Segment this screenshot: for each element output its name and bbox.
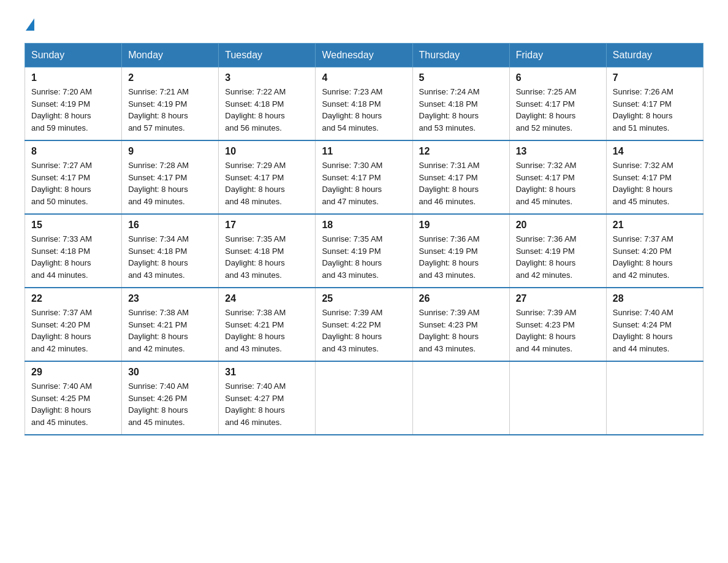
day-info: Sunrise: 7:32 AMSunset: 4:17 PMDaylight:… [516, 161, 577, 206]
weekday-header-saturday: Saturday [606, 44, 703, 67]
day-info: Sunrise: 7:37 AMSunset: 4:20 PMDaylight:… [31, 308, 92, 353]
day-number: 11 [322, 146, 406, 157]
day-number: 6 [516, 72, 600, 83]
day-number: 14 [613, 146, 697, 157]
calendar-week-row: 29 Sunrise: 7:40 AMSunset: 4:25 PMDaylig… [25, 361, 703, 435]
calendar-cell: 17 Sunrise: 7:35 AMSunset: 4:18 PMDaylig… [219, 214, 316, 288]
day-number: 10 [225, 146, 309, 157]
day-number: 13 [516, 146, 600, 157]
day-info: Sunrise: 7:25 AMSunset: 4:17 PMDaylight:… [516, 87, 577, 132]
day-info: Sunrise: 7:40 AMSunset: 4:24 PMDaylight:… [613, 308, 673, 353]
day-number: 26 [419, 293, 503, 304]
day-info: Sunrise: 7:27 AMSunset: 4:17 PMDaylight:… [31, 161, 92, 206]
calendar-week-row: 8 Sunrise: 7:27 AMSunset: 4:17 PMDayligh… [25, 140, 703, 214]
calendar-cell: 8 Sunrise: 7:27 AMSunset: 4:17 PMDayligh… [25, 140, 122, 214]
day-number: 9 [128, 146, 212, 157]
day-info: Sunrise: 7:33 AMSunset: 4:18 PMDaylight:… [31, 234, 92, 280]
page-header [25, 18, 703, 31]
calendar-cell: 11 Sunrise: 7:30 AMSunset: 4:17 PMDaylig… [316, 140, 412, 214]
day-info: Sunrise: 7:22 AMSunset: 4:18 PMDaylight:… [225, 87, 286, 132]
day-number: 12 [419, 146, 503, 157]
day-info: Sunrise: 7:38 AMSunset: 4:21 PMDaylight:… [225, 308, 286, 353]
calendar-cell: 12 Sunrise: 7:31 AMSunset: 4:17 PMDaylig… [412, 140, 509, 214]
day-number: 21 [613, 220, 697, 231]
calendar-cell: 3 Sunrise: 7:22 AMSunset: 4:18 PMDayligh… [219, 67, 316, 141]
day-info: Sunrise: 7:35 AMSunset: 4:19 PMDaylight:… [322, 234, 382, 280]
day-number: 31 [225, 367, 309, 378]
calendar-cell: 31 Sunrise: 7:40 AMSunset: 4:27 PMDaylig… [219, 361, 316, 435]
calendar-cell: 29 Sunrise: 7:40 AMSunset: 4:25 PMDaylig… [25, 361, 122, 435]
day-number: 29 [31, 367, 115, 378]
calendar-cell [509, 361, 606, 435]
day-info: Sunrise: 7:29 AMSunset: 4:17 PMDaylight:… [225, 161, 286, 206]
calendar-cell: 27 Sunrise: 7:39 AMSunset: 4:23 PMDaylig… [509, 288, 606, 361]
day-info: Sunrise: 7:30 AMSunset: 4:17 PMDaylight:… [322, 161, 382, 206]
day-info: Sunrise: 7:37 AMSunset: 4:20 PMDaylight:… [613, 234, 673, 280]
calendar-cell: 13 Sunrise: 7:32 AMSunset: 4:17 PMDaylig… [509, 140, 606, 214]
calendar-cell: 18 Sunrise: 7:35 AMSunset: 4:19 PMDaylig… [316, 214, 412, 288]
weekday-header-row: SundayMondayTuesdayWednesdayThursdayFrid… [25, 44, 703, 67]
day-number: 7 [613, 72, 697, 83]
weekday-header-tuesday: Tuesday [219, 44, 316, 67]
day-number: 30 [128, 367, 212, 378]
calendar-cell: 20 Sunrise: 7:36 AMSunset: 4:19 PMDaylig… [509, 214, 606, 288]
day-info: Sunrise: 7:32 AMSunset: 4:17 PMDaylight:… [613, 161, 673, 206]
day-number: 24 [225, 293, 309, 304]
day-number: 2 [128, 72, 212, 83]
day-number: 4 [322, 72, 406, 83]
calendar-cell: 5 Sunrise: 7:24 AMSunset: 4:18 PMDayligh… [412, 67, 509, 141]
calendar-cell: 10 Sunrise: 7:29 AMSunset: 4:17 PMDaylig… [219, 140, 316, 214]
calendar-week-row: 1 Sunrise: 7:20 AMSunset: 4:19 PMDayligh… [25, 67, 703, 141]
calendar-week-row: 15 Sunrise: 7:33 AMSunset: 4:18 PMDaylig… [25, 214, 703, 288]
day-number: 20 [516, 220, 600, 231]
day-info: Sunrise: 7:39 AMSunset: 4:23 PMDaylight:… [419, 308, 480, 353]
calendar-cell: 26 Sunrise: 7:39 AMSunset: 4:23 PMDaylig… [412, 288, 509, 361]
day-number: 8 [31, 146, 115, 157]
calendar-cell [316, 361, 412, 435]
day-info: Sunrise: 7:24 AMSunset: 4:18 PMDaylight:… [419, 87, 480, 132]
day-number: 25 [322, 293, 406, 304]
day-info: Sunrise: 7:39 AMSunset: 4:22 PMDaylight:… [322, 308, 382, 353]
day-info: Sunrise: 7:21 AMSunset: 4:19 PMDaylight:… [128, 87, 189, 132]
logo-triangle-icon [26, 18, 34, 31]
day-info: Sunrise: 7:38 AMSunset: 4:21 PMDaylight:… [128, 308, 189, 353]
calendar-cell: 4 Sunrise: 7:23 AMSunset: 4:18 PMDayligh… [316, 67, 412, 141]
day-number: 17 [225, 220, 309, 231]
day-info: Sunrise: 7:28 AMSunset: 4:17 PMDaylight:… [128, 161, 189, 206]
day-number: 19 [419, 220, 503, 231]
calendar-cell: 9 Sunrise: 7:28 AMSunset: 4:17 PMDayligh… [122, 140, 219, 214]
day-info: Sunrise: 7:40 AMSunset: 4:25 PMDaylight:… [31, 381, 92, 427]
calendar-cell: 16 Sunrise: 7:34 AMSunset: 4:18 PMDaylig… [122, 214, 219, 288]
day-info: Sunrise: 7:34 AMSunset: 4:18 PMDaylight:… [128, 234, 189, 280]
calendar-cell: 30 Sunrise: 7:40 AMSunset: 4:26 PMDaylig… [122, 361, 219, 435]
calendar-cell: 2 Sunrise: 7:21 AMSunset: 4:19 PMDayligh… [122, 67, 219, 141]
weekday-header-monday: Monday [122, 44, 219, 67]
day-info: Sunrise: 7:40 AMSunset: 4:27 PMDaylight:… [225, 381, 286, 427]
day-info: Sunrise: 7:20 AMSunset: 4:19 PMDaylight:… [31, 87, 92, 132]
calendar-week-row: 22 Sunrise: 7:37 AMSunset: 4:20 PMDaylig… [25, 288, 703, 361]
weekday-header-thursday: Thursday [412, 44, 509, 67]
calendar-cell: 15 Sunrise: 7:33 AMSunset: 4:18 PMDaylig… [25, 214, 122, 288]
calendar-cell: 21 Sunrise: 7:37 AMSunset: 4:20 PMDaylig… [606, 214, 703, 288]
day-number: 5 [419, 72, 503, 83]
calendar-cell: 6 Sunrise: 7:25 AMSunset: 4:17 PMDayligh… [509, 67, 606, 141]
calendar-cell: 14 Sunrise: 7:32 AMSunset: 4:17 PMDaylig… [606, 140, 703, 214]
weekday-header-wednesday: Wednesday [316, 44, 412, 67]
calendar-cell [412, 361, 509, 435]
day-info: Sunrise: 7:40 AMSunset: 4:26 PMDaylight:… [128, 381, 189, 427]
calendar-cell: 25 Sunrise: 7:39 AMSunset: 4:22 PMDaylig… [316, 288, 412, 361]
day-info: Sunrise: 7:31 AMSunset: 4:17 PMDaylight:… [419, 161, 480, 206]
day-info: Sunrise: 7:23 AMSunset: 4:18 PMDaylight:… [322, 87, 382, 132]
calendar-cell: 24 Sunrise: 7:38 AMSunset: 4:21 PMDaylig… [219, 288, 316, 361]
calendar-cell: 19 Sunrise: 7:36 AMSunset: 4:19 PMDaylig… [412, 214, 509, 288]
calendar-cell [606, 361, 703, 435]
day-number: 18 [322, 220, 406, 231]
calendar-cell: 1 Sunrise: 7:20 AMSunset: 4:19 PMDayligh… [25, 67, 122, 141]
calendar-table: SundayMondayTuesdayWednesdayThursdayFrid… [25, 43, 703, 435]
day-number: 28 [613, 293, 697, 304]
day-number: 23 [128, 293, 212, 304]
day-number: 22 [31, 293, 115, 304]
day-number: 1 [31, 72, 115, 83]
day-info: Sunrise: 7:26 AMSunset: 4:17 PMDaylight:… [613, 87, 673, 132]
day-number: 27 [516, 293, 600, 304]
